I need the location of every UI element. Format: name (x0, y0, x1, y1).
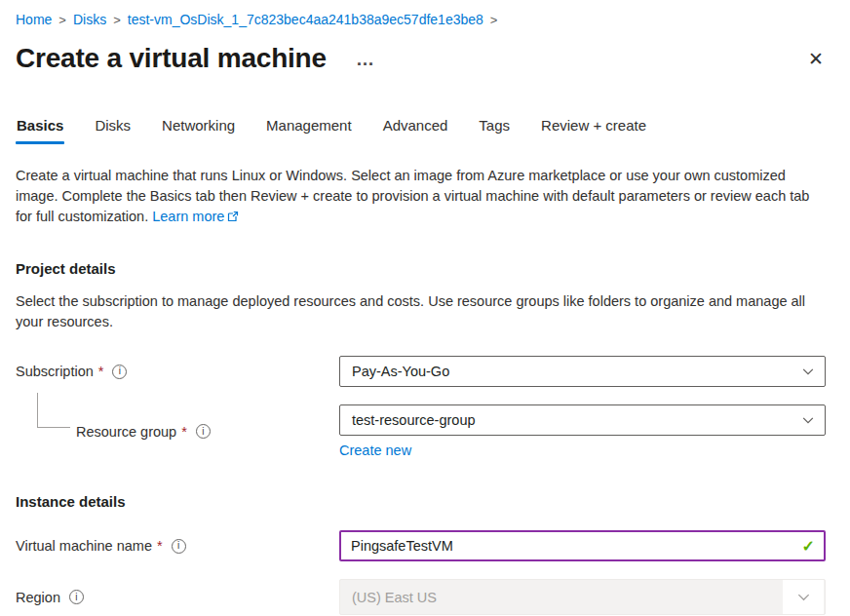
external-link-icon (227, 208, 239, 228)
resource-group-row: Resource group * i test-resource-group C… (16, 404, 826, 458)
resource-group-dropdown[interactable]: test-resource-group (339, 404, 826, 436)
chevron-down-icon (801, 365, 815, 378)
project-fields: Subscription * i Pay-As-You-Go Resource … (16, 356, 826, 458)
tab-advanced[interactable]: Advanced (382, 117, 449, 144)
info-icon[interactable]: i (196, 424, 211, 439)
vm-name-input[interactable] (339, 530, 826, 561)
tab-networking[interactable]: Networking (161, 117, 236, 144)
section-title-project-details: Project details (16, 260, 826, 277)
intro-body: Create a virtual machine that runs Linux… (16, 168, 809, 224)
tab-management[interactable]: Management (265, 117, 353, 144)
chevron-down-icon (801, 413, 815, 427)
blade-header: Create a virtual machine … ✕ (16, 43, 826, 74)
section-title-instance-details: Instance details (16, 493, 826, 510)
breadcrumb-separator: > (113, 13, 121, 27)
region-label: Region i (16, 590, 339, 605)
region-row: Region i (US) East US (16, 579, 826, 615)
required-asterisk: * (157, 538, 163, 554)
tab-tags[interactable]: Tags (478, 117, 511, 144)
required-asterisk: * (98, 364, 104, 379)
tab-review-create[interactable]: Review + create (540, 117, 647, 144)
region-label-text: Region (16, 590, 60, 605)
info-icon[interactable]: i (69, 590, 84, 604)
subscription-dropdown[interactable]: Pay-As-You-Go (339, 356, 826, 387)
subscription-label: Subscription * i (16, 364, 339, 379)
info-icon[interactable]: i (172, 539, 186, 554)
breadcrumb-disk-name[interactable]: test-vm_OsDisk_1_7c823bec4aa241b38a9ec57… (128, 12, 483, 27)
region-dropdown-disabled: (US) East US (339, 579, 826, 615)
region-value: (US) East US (352, 590, 437, 605)
resource-group-value: test-resource-group (352, 412, 476, 428)
intro-text: Create a virtual machine that runs Linux… (16, 166, 826, 228)
resource-group-label-text: Resource group (76, 424, 176, 440)
info-icon[interactable]: i (112, 365, 127, 379)
subscription-row: Subscription * i Pay-As-You-Go (16, 356, 826, 387)
instance-fields: Virtual machine name * i ✓ Region i (US)… (16, 530, 826, 615)
more-options-icon[interactable]: … (356, 50, 374, 68)
page-title: Create a virtual machine (16, 43, 327, 74)
breadcrumb: Home > Disks > test-vm_OsDisk_1_7c823bec… (16, 12, 826, 27)
breadcrumb-disks[interactable]: Disks (73, 12, 106, 27)
vm-name-row: Virtual machine name * i ✓ (16, 530, 826, 561)
project-details-description: Select the subscription to manage deploy… (16, 291, 826, 332)
tab-bar: Basics Disks Networking Management Advan… (16, 117, 826, 145)
tab-disks[interactable]: Disks (94, 117, 132, 144)
breadcrumb-home[interactable]: Home (16, 12, 52, 27)
chevron-down-icon (783, 580, 824, 614)
create-vm-blade: Home > Disks > test-vm_OsDisk_1_7c823bec… (0, 0, 850, 615)
learn-more-link[interactable]: Learn more (152, 209, 224, 224)
vm-name-label: Virtual machine name * i (16, 538, 339, 554)
required-asterisk: * (181, 424, 187, 440)
create-new-link[interactable]: Create new (339, 443, 411, 458)
tree-connector-line (37, 393, 70, 428)
tab-basics[interactable]: Basics (16, 117, 64, 144)
subscription-label-text: Subscription (16, 364, 94, 379)
vm-name-label-text: Virtual machine name (16, 538, 152, 554)
close-icon[interactable]: ✕ (808, 48, 824, 70)
breadcrumb-separator: > (58, 13, 66, 27)
breadcrumb-separator: > (490, 13, 498, 27)
subscription-value: Pay-As-You-Go (352, 364, 449, 379)
